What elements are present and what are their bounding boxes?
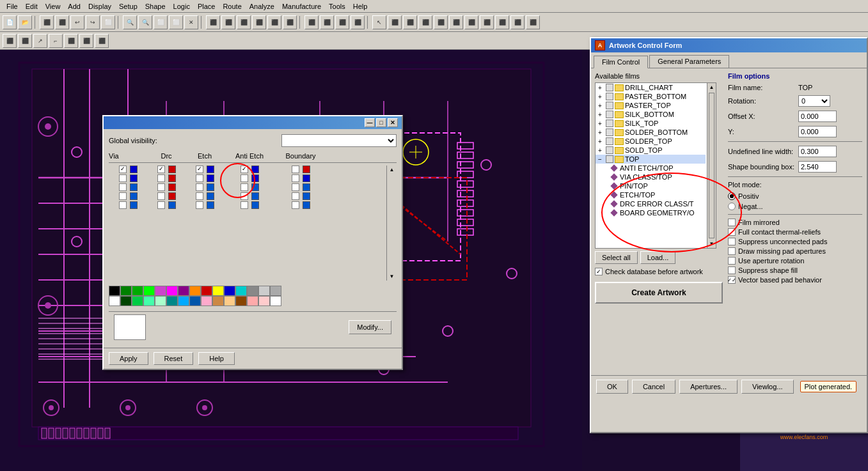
list-item[interactable]: PIN/TOP (596, 181, 706, 190)
draw-missing-cb[interactable] (728, 247, 736, 255)
list-item[interactable]: + SILK_TOP (596, 119, 706, 128)
tb-btn-7[interactable]: ⬜ (101, 15, 115, 29)
list-item[interactable]: + PASTER_BOTTOM (596, 92, 706, 101)
tb-btn-28[interactable]: ⬛ (449, 15, 463, 29)
full-contact-cb[interactable] (728, 228, 736, 236)
via-cb-4[interactable] (119, 192, 127, 200)
drc-cb-1[interactable] (157, 166, 165, 173)
tb-btn-17[interactable]: ⬛ (267, 15, 281, 29)
films-scroll-down[interactable]: ▼ (707, 240, 716, 248)
cancel-button[interactable]: Cancel (632, 380, 675, 394)
open-btn[interactable]: 📂 (18, 15, 32, 29)
film-cb-4[interactable] (606, 111, 613, 118)
vis-minimize-btn[interactable]: — (365, 118, 375, 127)
menu-help[interactable]: Help (349, 1, 372, 12)
film-cb-1[interactable] (606, 84, 613, 91)
color-2-6[interactable] (178, 296, 189, 306)
boundary-cb-2[interactable] (292, 174, 299, 182)
color-orange[interactable] (189, 286, 201, 296)
drc-cb-5[interactable] (157, 201, 165, 209)
color-green[interactable] (132, 286, 143, 296)
color-2-13[interactable] (258, 296, 270, 306)
anti-cb-3[interactable] (241, 183, 248, 191)
menu-edit[interactable]: Edit (22, 1, 42, 12)
list-item[interactable]: − TOP (596, 155, 706, 164)
load-button[interactable]: Load... (640, 251, 676, 264)
suppress-unconnected-cb[interactable] (728, 238, 736, 245)
menu-logic[interactable]: Logic (170, 1, 194, 12)
tb2-btn-3[interactable]: ↗ (33, 34, 47, 48)
tb-btn-14[interactable]: ⬛ (221, 15, 235, 29)
list-item[interactable]: VIA CLASS/TOP (596, 173, 706, 181)
menu-file[interactable]: File (3, 1, 22, 12)
tb-btn-16[interactable]: ⬛ (252, 15, 266, 29)
boundary-cb-1[interactable] (292, 166, 299, 173)
tb-btn-31[interactable]: ⬛ (495, 15, 509, 29)
suppress-shape-cb[interactable] (728, 266, 736, 274)
reset-button[interactable]: Reset (154, 352, 194, 365)
tb-btn-3[interactable]: ⬛ (40, 15, 54, 29)
anti-cb-5[interactable] (241, 201, 248, 209)
film-mirrored-cb[interactable] (728, 219, 736, 226)
tb-btn-13[interactable]: ⬛ (206, 15, 220, 29)
vector-based-cb[interactable]: ✓ (728, 276, 736, 284)
list-item[interactable]: DRC ERROR CLASS/T (596, 199, 706, 208)
tb-btn-27[interactable]: ⬛ (434, 15, 448, 29)
film-cb-6[interactable] (606, 128, 613, 136)
tb-btn-19[interactable]: ⬛ (304, 15, 319, 29)
list-item[interactable]: ANTI ETCH/TOP (596, 164, 706, 173)
via-cb-5[interactable] (119, 201, 127, 209)
film-cb-9[interactable] (606, 155, 613, 163)
zoom-in-btn[interactable]: 🔍 (123, 15, 137, 29)
film-cb-7[interactable] (606, 137, 613, 145)
color-light-gray[interactable] (258, 286, 270, 296)
tb-btn-21[interactable]: ⬛ (335, 15, 349, 29)
tb2-btn-7[interactable]: ⬛ (95, 34, 109, 48)
check-db-checkbox[interactable]: ✓ (595, 268, 603, 275)
menu-manufacture[interactable]: Manufacture (278, 1, 325, 12)
etch-cb-3[interactable] (196, 183, 203, 191)
films-scroll-thumb[interactable] (709, 93, 714, 238)
rotation-select[interactable]: 0 (798, 95, 830, 107)
color-2-2[interactable] (132, 296, 143, 306)
menu-display[interactable]: Display (84, 1, 115, 12)
list-item[interactable]: + SOLD_TOP (596, 146, 706, 155)
etch-cb-1[interactable] (196, 166, 203, 173)
boundary-cb-5[interactable] (292, 201, 299, 209)
via-cb-1[interactable] (119, 166, 127, 173)
film-cb-2[interactable] (606, 93, 613, 100)
zoom-out-btn[interactable]: 🔍 (138, 15, 152, 29)
vis-scroll-down[interactable]: ▼ (390, 274, 395, 279)
tb-btn-26[interactable]: ⬛ (418, 15, 432, 29)
color-cyan[interactable] (235, 286, 247, 296)
color-dark-magenta[interactable] (178, 286, 189, 296)
color-magenta[interactable] (155, 286, 166, 296)
tb-btn-12[interactable]: ✕ (184, 15, 198, 29)
tb2-btn-5[interactable]: ⬛ (64, 34, 78, 48)
list-item[interactable]: + SOLDER_TOP (596, 137, 706, 146)
ok-button[interactable]: OK (596, 380, 628, 394)
tab-general-params[interactable]: General Parameters (649, 55, 729, 68)
tb-btn-18[interactable]: ⬛ (283, 15, 297, 29)
tb-btn-20[interactable]: ⬛ (320, 15, 334, 29)
tb-btn-33[interactable]: ⬛ (526, 15, 540, 29)
tb2-btn-6[interactable]: ⬛ (79, 34, 93, 48)
anti-cb-2[interactable] (241, 174, 248, 182)
apply-button[interactable]: Apply (109, 352, 148, 365)
menu-setup[interactable]: Setup (115, 1, 141, 12)
anti-cb-1[interactable] (241, 166, 248, 173)
list-item[interactable]: + DRILL_CHART (596, 83, 706, 92)
tb-btn-4[interactable]: ⬛ (55, 15, 69, 29)
undefined-line-input[interactable] (798, 146, 837, 157)
tb-btn-29[interactable]: ⬛ (464, 15, 478, 29)
color-white[interactable] (109, 296, 120, 306)
vis-global-select[interactable] (281, 134, 397, 147)
etch-cb-5[interactable] (196, 201, 203, 209)
apertures-button[interactable]: Apertures... (679, 380, 738, 394)
vis-close-btn[interactable]: ✕ (388, 118, 398, 127)
viewlog-button[interactable]: Viewlog... (741, 380, 794, 394)
color-bright-green[interactable] (143, 286, 155, 296)
use-aperture-cb[interactable] (728, 257, 736, 265)
color-gray[interactable] (247, 286, 258, 296)
offset-y-input[interactable] (798, 126, 837, 137)
